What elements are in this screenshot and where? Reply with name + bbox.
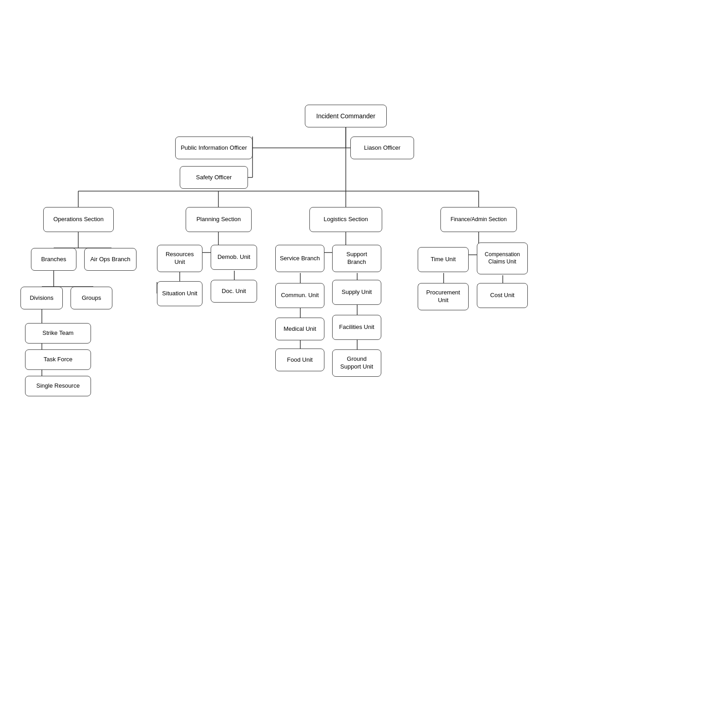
incident-commander-node: Incident Commander	[305, 105, 387, 127]
air-ops-branch-node: Air Ops Branch	[84, 248, 136, 271]
procurement-unit-node: Procurement Unit	[418, 283, 469, 310]
groups-node: Groups	[71, 287, 112, 309]
resources-unit-node: Resources Unit	[157, 245, 202, 272]
ground-support-unit-node: Ground Support Unit	[332, 349, 381, 377]
cost-unit-node: Cost Unit	[477, 283, 528, 308]
compensation-claims-unit-node: Compensation Claims Unit	[477, 243, 528, 274]
medical-unit-node: Medical Unit	[275, 318, 324, 340]
commun-unit-node: Commun. Unit	[275, 283, 324, 308]
task-force-node: Task Force	[25, 349, 91, 370]
org-chart: Incident Commander Public Information Of…	[0, 0, 728, 728]
time-unit-node: Time Unit	[418, 247, 469, 272]
public-information-officer-node: Public Information Officer	[175, 136, 253, 159]
support-branch-node: Support Branch	[332, 245, 381, 272]
strike-team-node: Strike Team	[25, 323, 91, 344]
service-branch-node: Service Branch	[275, 245, 324, 272]
divisions-node: Divisions	[20, 287, 63, 309]
doc-unit-node: Doc. Unit	[211, 280, 257, 303]
single-resource-node: Single Resource	[25, 376, 91, 396]
logistics-section-node: Logistics Section	[309, 207, 382, 232]
demob-unit-node: Demob. Unit	[211, 245, 257, 270]
food-unit-node: Food Unit	[275, 349, 324, 371]
planning-section-node: Planning Section	[186, 207, 252, 232]
liason-officer-node: Liason Officer	[350, 136, 414, 159]
situation-unit-node: Situation Unit	[157, 281, 202, 306]
finance-section-node: Finance/Admin Section	[440, 207, 517, 232]
branches-node: Branches	[31, 248, 76, 271]
facilities-unit-node: Facilities Unit	[332, 315, 381, 340]
supply-unit-node: Supply Unit	[332, 280, 381, 305]
safety-officer-node: Safety Officer	[180, 166, 248, 189]
operations-section-node: Operations Section	[43, 207, 114, 232]
